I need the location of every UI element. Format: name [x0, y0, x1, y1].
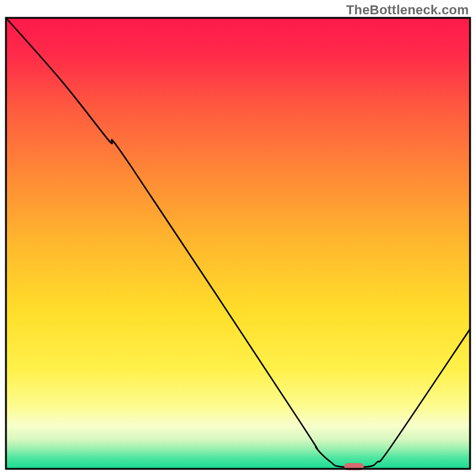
bottleneck-chart [0, 0, 476, 476]
chart-container: TheBottleneck.com [0, 0, 476, 476]
watermark-text: TheBottleneck.com [346, 2, 469, 18]
plot-background [6, 18, 470, 469]
